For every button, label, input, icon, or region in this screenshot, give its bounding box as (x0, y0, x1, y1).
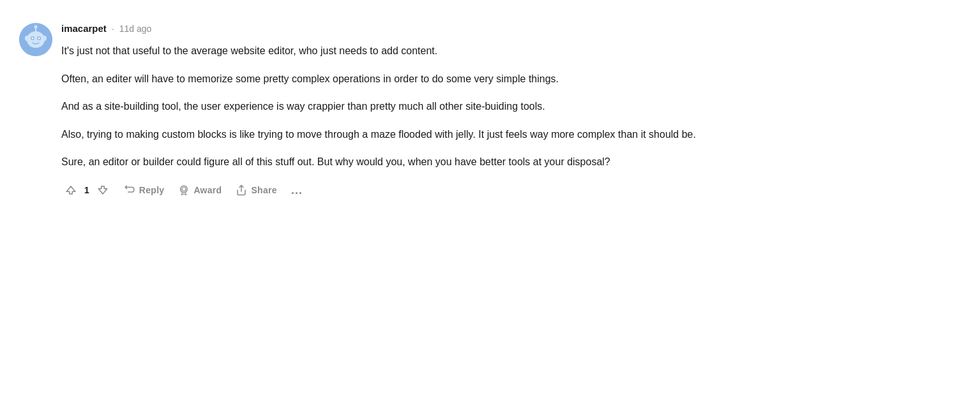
vote-section: 1 (61, 181, 112, 200)
share-icon (236, 184, 247, 196)
timestamp: 11d ago (119, 24, 152, 34)
reply-icon (124, 184, 135, 196)
avatar (19, 23, 52, 56)
svg-point-10 (181, 186, 188, 193)
comment-body: imacarpet · 11d ago It's just not that u… (61, 23, 913, 200)
separator: · (112, 24, 114, 34)
svg-point-5 (38, 38, 40, 40)
svg-point-4 (32, 38, 34, 40)
upvote-button[interactable] (61, 181, 80, 200)
award-label: Award (193, 185, 222, 195)
reply-label: Reply (139, 185, 165, 195)
more-dots: ... (291, 184, 303, 196)
svg-point-6 (25, 36, 29, 41)
vote-count: 1 (83, 185, 91, 195)
comment-header: imacarpet · 11d ago (61, 23, 913, 34)
paragraph-3: And as a site-building tool, the user ex… (61, 98, 913, 115)
comment: imacarpet · 11d ago It's just not that u… (19, 13, 913, 210)
username: imacarpet (61, 23, 107, 34)
downvote-icon (97, 184, 109, 196)
svg-point-11 (182, 187, 186, 191)
paragraph-2: Often, an editer will have to memorize s… (61, 71, 913, 87)
award-icon (178, 184, 190, 196)
svg-point-1 (27, 31, 45, 48)
paragraph-1: It's just not that useful to the average… (61, 43, 913, 59)
comment-actions: 1 Reply (61, 181, 913, 200)
reply-button[interactable]: Reply (119, 181, 170, 200)
svg-point-9 (34, 26, 38, 29)
paragraph-4: Also, trying to making custom blocks is … (61, 126, 913, 143)
downvote-button[interactable] (93, 181, 112, 200)
more-options-button[interactable]: ... (286, 182, 308, 198)
paragraph-5: Sure, an editor or builder could figure … (61, 154, 913, 170)
award-button[interactable]: Award (173, 181, 227, 200)
share-label: Share (251, 185, 276, 195)
svg-point-7 (43, 36, 47, 41)
share-button[interactable]: Share (230, 181, 282, 200)
upvote-icon (65, 184, 77, 196)
comment-text: It's just not that useful to the average… (61, 43, 913, 170)
